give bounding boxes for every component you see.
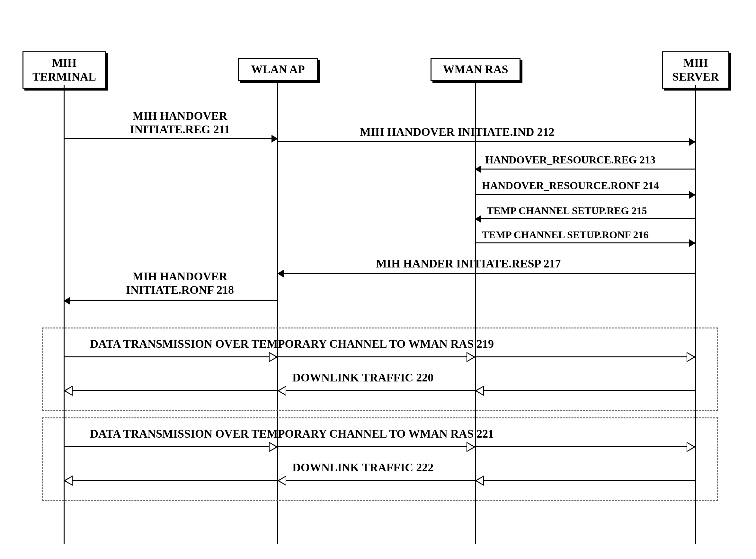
msg-221-line — [64, 446, 695, 447]
msg-222-head-wlan — [278, 480, 287, 490]
msg-218-arrow — [64, 300, 277, 301]
msg-220-head-wlan — [278, 390, 287, 400]
msg-216-label: TEMP CHANNEL SETUP.RONF 216 — [482, 229, 649, 241]
msg-219-line — [64, 356, 695, 357]
msg-218-label: MIH HANDOVER INITIATE.RONF 218 — [96, 270, 263, 297]
actor-wman-ras: WMAN RAS — [431, 58, 520, 81]
msg-217-label: MIH HANDER INITIATE.RESP 217 — [376, 257, 561, 270]
msg-214-label: HANDOVER_RESOURCE.RONF 214 — [482, 180, 659, 192]
msg-215-arrow — [476, 218, 695, 219]
msg-214-arrow — [476, 194, 695, 195]
msg-222-line — [64, 480, 695, 481]
msg-222-head-wman — [476, 480, 485, 490]
msg-213-label: HANDOVER_RESOURCE.REG 213 — [485, 154, 655, 166]
msg-222-label: DOWNLINK TRAFFIC 222 — [293, 461, 433, 474]
msg-221-head-wlan — [268, 446, 277, 456]
msg-220-head-wman — [476, 390, 485, 400]
actor-wlan-ap: WLAN AP — [238, 58, 318, 81]
msg-217-arrow — [278, 273, 695, 274]
msg-213-arrow — [476, 169, 695, 170]
msg-211-arrow — [64, 138, 277, 139]
msg-221-head-server — [685, 446, 695, 456]
msg-220-line — [64, 390, 695, 391]
msg-219-head-wman — [465, 356, 475, 366]
msg-222-head-terminal — [64, 480, 74, 490]
msg-212-label: MIH HANDOVER INITIATE.IND 212 — [360, 125, 554, 139]
msg-221-head-wman — [465, 446, 475, 456]
msg-211-label: MIH HANDOVER INITIATE.REG 211 — [100, 109, 260, 136]
msg-215-label: TEMP CHANNEL SETUP.REG 215 — [487, 205, 647, 217]
msg-216-arrow — [476, 242, 695, 243]
msg-212-arrow — [278, 141, 695, 142]
msg-219-head-wlan — [268, 356, 277, 366]
actor-mih-terminal: MIH TERMINAL — [22, 51, 106, 89]
msg-219-label: DATA TRANSMISSION OVER TEMPORARY CHANNEL… — [90, 337, 494, 351]
sequence-diagram: MIH TERMINAL WLAN AP WMAN RAS MIH SERVER… — [13, 13, 743, 546]
msg-220-label: DOWNLINK TRAFFIC 220 — [293, 371, 433, 384]
msg-220-head-terminal — [64, 390, 74, 400]
msg-221-label: DATA TRANSMISSION OVER TEMPORARY CHANNEL… — [90, 427, 494, 441]
actor-mih-server: MIH SERVER — [662, 51, 729, 89]
msg-219-head-server — [685, 356, 695, 366]
